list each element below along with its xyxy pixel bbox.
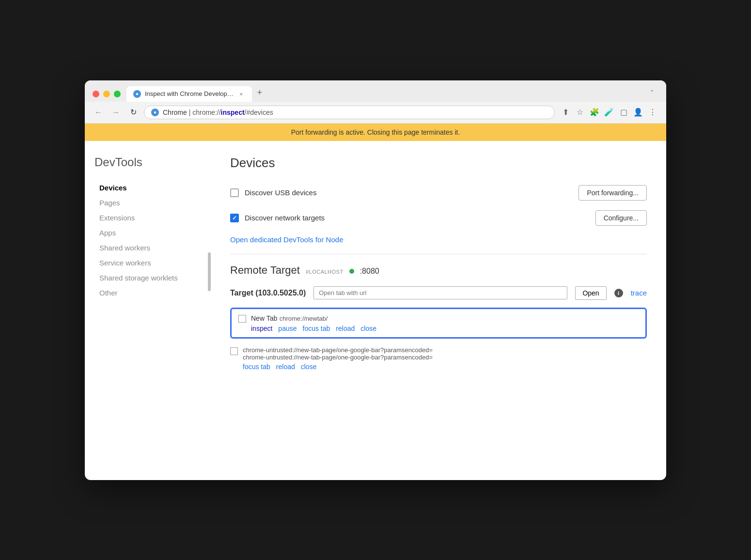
star-icon[interactable]: ☆ — [573, 106, 587, 119]
chrome-untrusted-reload-link[interactable]: reload — [276, 363, 295, 371]
new-tab-item-row: New Tab chrome://newtab/ — [238, 314, 639, 323]
nav-bar: ← → ↻ ● Chrome | chrome://inspect/#devic… — [85, 102, 666, 124]
configure-button[interactable]: Configure... — [595, 210, 647, 226]
chrome-untrusted-url1: chrome-untrusted://new-tab-page/one-goog… — [243, 346, 647, 354]
new-tab-info: New Tab chrome://newtab/ — [251, 314, 639, 323]
sidebar-item-service-workers[interactable]: Service workers — [94, 256, 201, 270]
port-forwarding-button[interactable]: Port forwarding... — [579, 185, 647, 201]
info-icon[interactable]: i — [614, 289, 623, 297]
chrome-untrusted-row: chrome-untrusted://new-tab-page/one-goog… — [230, 346, 647, 361]
sidebar-item-pages[interactable]: Pages — [94, 196, 201, 210]
page-title: Devices — [230, 156, 647, 171]
devtools-node-link[interactable]: Open dedicated DevTools for Node — [230, 235, 343, 244]
refresh-button[interactable]: ↻ — [126, 106, 140, 119]
back-button[interactable]: ← — [92, 106, 105, 119]
section-divider — [230, 254, 647, 254]
chrome-untrusted-focus-tab-link[interactable]: focus tab — [243, 363, 270, 371]
forward-button[interactable]: → — [109, 106, 123, 119]
tabs-chevron-button[interactable]: ˅ — [645, 86, 658, 100]
new-tab-actions: inspect pause focus tab reload close — [238, 325, 639, 332]
tab-title: Inspect with Chrome Develop… — [145, 90, 234, 97]
new-tab-checkbox[interactable] — [238, 315, 246, 323]
sidebar-item-devices[interactable]: Devices — [94, 181, 201, 195]
address-bar[interactable]: ● Chrome | chrome://inspect/#devices — [144, 106, 555, 119]
banner-text: Port forwarding is active. Closing this … — [291, 128, 460, 136]
person-icon[interactable]: 👤 — [631, 106, 645, 119]
usb-option-label: Discover USB devices — [245, 188, 316, 197]
minimize-window-button[interactable] — [103, 91, 110, 97]
new-tab-target-item: New Tab chrome://newtab/ inspect pause f… — [230, 308, 647, 339]
address-text: Chrome | chrome://inspect/#devices — [163, 109, 273, 116]
share-icon[interactable]: ⬆ — [559, 106, 572, 119]
remote-target-title: Remote Target — [230, 264, 300, 277]
tab-favicon: ● — [133, 90, 141, 98]
maximize-window-button[interactable] — [114, 91, 121, 97]
new-tab-url: chrome://newtab/ — [280, 315, 328, 322]
usb-checkbox[interactable] — [230, 188, 239, 197]
trace-link[interactable]: trace — [631, 289, 647, 297]
open-tab-url-input[interactable] — [313, 286, 567, 299]
new-tab-close-link[interactable]: close — [360, 325, 376, 332]
sidebar-item-shared-storage-worklets[interactable]: Shared storage worklets — [94, 271, 201, 285]
chrome-untrusted-info: chrome-untrusted://new-tab-page/one-goog… — [243, 346, 647, 361]
puzzle-icon[interactable]: 🧩 — [588, 106, 601, 119]
network-option-row: Discover network targets Configure... — [230, 210, 647, 226]
traffic-lights — [93, 91, 121, 97]
address-path: inspect — [221, 109, 245, 116]
remote-target-header: Remote Target #LOCALHOST :8080 — [230, 264, 647, 277]
new-tab-name: New Tab — [251, 314, 277, 322]
close-window-button[interactable] — [93, 91, 99, 97]
main-content: DevTools Devices Pages Extensions Apps S… — [85, 141, 666, 480]
tabs-row: ● Inspect with Chrome Develop… × + ˅ — [126, 86, 658, 102]
new-tab-focus-tab-link[interactable]: focus tab — [303, 325, 330, 332]
tab-close-button[interactable]: × — [237, 90, 245, 98]
sidebar-item-shared-workers[interactable]: Shared workers — [94, 241, 201, 255]
address-hash: /#devices — [245, 109, 273, 116]
open-tab-button[interactable]: Open — [575, 286, 606, 300]
flask-icon[interactable]: 🧪 — [602, 106, 616, 119]
chrome-untrusted-actions: focus tab reload close — [230, 363, 647, 371]
target-header-row: Target (103.0.5025.0) Open i trace — [230, 286, 647, 300]
square-icon[interactable]: ▢ — [617, 106, 630, 119]
status-indicator — [349, 269, 354, 274]
chrome-untrusted-target-item: chrome-untrusted://new-tab-page/one-goog… — [230, 346, 647, 371]
browser-tab-active[interactable]: ● Inspect with Chrome Develop… × — [126, 86, 252, 102]
sidebar-item-apps[interactable]: Apps — [94, 226, 201, 240]
content-area: Devices Discover USB devices Port forwar… — [211, 141, 666, 480]
chrome-untrusted-url2: chrome-untrusted://new-tab-page/one-goog… — [243, 354, 647, 361]
usb-option-left: Discover USB devices — [230, 188, 316, 197]
port-forwarding-banner: Port forwarding is active. Closing this … — [85, 124, 666, 141]
title-bar: ● Inspect with Chrome Develop… × + ˅ — [85, 80, 666, 102]
new-tab-inspect-link[interactable]: inspect — [251, 325, 272, 332]
usb-option-row: Discover USB devices Port forwarding... — [230, 185, 647, 201]
network-option-left: Discover network targets — [230, 214, 325, 222]
sidebar-title: DevTools — [94, 156, 201, 169]
address-favicon: ● — [151, 109, 159, 116]
browser-window: ● Inspect with Chrome Develop… × + ˅ ← →… — [85, 80, 666, 480]
sidebar-item-other[interactable]: Other — [94, 286, 201, 300]
new-tab-pause-link[interactable]: pause — [278, 325, 297, 332]
sidebar: DevTools Devices Pages Extensions Apps S… — [85, 141, 211, 480]
toolbar-icons: ⬆ ☆ 🧩 🧪 ▢ 👤 ⋮ — [559, 106, 659, 119]
address-separator: | chrome:// — [189, 109, 221, 116]
remote-host-label: #LOCALHOST — [306, 269, 344, 275]
new-tab-button[interactable]: + — [253, 86, 266, 100]
network-checkbox[interactable] — [230, 214, 239, 222]
chrome-untrusted-checkbox[interactable] — [230, 347, 238, 355]
new-tab-reload-link[interactable]: reload — [336, 325, 355, 332]
target-name: Target (103.0.5025.0) — [230, 289, 306, 297]
address-domain: Chrome — [163, 109, 187, 116]
remote-port: :8080 — [360, 267, 379, 276]
sidebar-item-extensions[interactable]: Extensions — [94, 211, 201, 225]
network-option-label: Discover network targets — [245, 214, 325, 222]
chrome-untrusted-close-link[interactable]: close — [301, 363, 317, 371]
more-options-icon[interactable]: ⋮ — [646, 106, 659, 119]
